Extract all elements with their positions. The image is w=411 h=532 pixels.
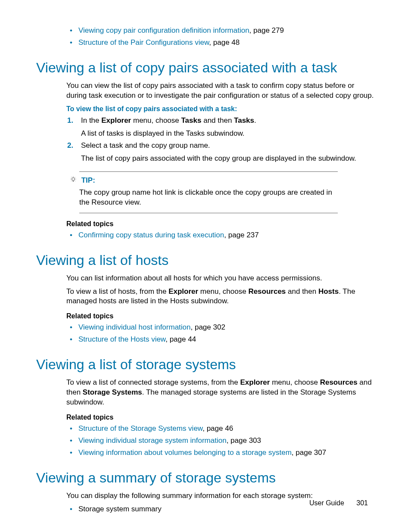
list-item: Viewing individual host information, pag… bbox=[66, 323, 375, 333]
related-topics-list: Confirming copy status during task execu… bbox=[66, 230, 375, 240]
svg-line-7 bbox=[71, 180, 72, 181]
related-topics-heading: Related topics bbox=[66, 414, 375, 421]
procedure-heading: To view the list of copy pairs associate… bbox=[66, 105, 375, 113]
svg-line-6 bbox=[75, 177, 75, 177]
tip-body: The copy group name hot link is clickabl… bbox=[79, 188, 338, 208]
page-ref: , page 46 bbox=[202, 424, 233, 432]
page-ref: , page 303 bbox=[227, 436, 261, 445]
list-item: Structure of the Storage Systems view, p… bbox=[66, 424, 375, 434]
page-ref: , page 48 bbox=[209, 38, 240, 47]
svg-line-8 bbox=[75, 180, 75, 181]
step-1: In the Explorer menu, choose Tasks and t… bbox=[66, 116, 375, 138]
svg-line-5 bbox=[71, 177, 72, 177]
bullet-text: Storage system summary bbox=[78, 505, 162, 513]
document-page: Viewing copy pair configuration definiti… bbox=[0, 0, 411, 532]
list-item: Structure of the Pair Configurations vie… bbox=[66, 38, 375, 48]
list-item: Viewing copy pair configuration definiti… bbox=[66, 26, 375, 36]
xref-link[interactable]: Viewing copy pair configuration definiti… bbox=[78, 26, 249, 34]
xref-link[interactable]: Structure of the Pair Configurations vie… bbox=[78, 38, 209, 47]
xref-link[interactable]: Structure of the Storage Systems view bbox=[78, 424, 202, 432]
page-ref: , page 302 bbox=[191, 323, 225, 331]
related-topics-list: Structure of the Storage Systems view, p… bbox=[66, 424, 375, 458]
related-topics-heading: Related topics bbox=[66, 220, 375, 228]
step-text: Select a task and the copy group name. bbox=[81, 141, 210, 149]
divider bbox=[79, 171, 338, 172]
xref-link[interactable]: Confirming copy status during task execu… bbox=[78, 231, 224, 239]
xref-link[interactable]: Structure of the Hosts view bbox=[78, 335, 165, 343]
list-item: Structure of the Hosts view, page 44 bbox=[66, 335, 375, 345]
paragraph: To view a list of hosts, from the Explor… bbox=[66, 287, 375, 307]
footer-label: User Guide bbox=[309, 499, 344, 507]
tip-lightbulb-icon bbox=[70, 176, 78, 185]
tip-header: TIP: bbox=[79, 176, 338, 185]
step-result: A list of tasks is displayed in the Task… bbox=[81, 129, 375, 138]
page-ref: , page 44 bbox=[165, 335, 196, 343]
page-ref: , page 307 bbox=[292, 448, 326, 457]
related-topics-heading: Related topics bbox=[66, 312, 375, 320]
svg-point-0 bbox=[72, 177, 75, 180]
list-item: Confirming copy status during task execu… bbox=[66, 230, 375, 240]
xref-link[interactable]: Viewing individual storage system inform… bbox=[78, 436, 227, 445]
list-item: Viewing individual storage system inform… bbox=[66, 436, 375, 446]
paragraph: You can list information about all hosts… bbox=[66, 274, 375, 283]
procedure-steps: In the Explorer menu, choose Tasks and t… bbox=[66, 116, 375, 163]
paragraph: You can view the list of copy pairs asso… bbox=[66, 81, 375, 101]
tip-callout: TIP: The copy group name hot link is cli… bbox=[79, 171, 338, 213]
page-ref: , page 279 bbox=[249, 26, 284, 34]
step-2: Select a task and the copy group name. T… bbox=[66, 141, 375, 163]
section-heading-storage-summary: Viewing a summary of storage systems bbox=[36, 470, 375, 486]
section-heading-hosts: Viewing a list of hosts bbox=[36, 252, 375, 268]
step-result: The list of copy pairs associated with t… bbox=[81, 154, 375, 163]
step-text: In the Explorer menu, choose Tasks and t… bbox=[81, 116, 256, 124]
top-related-list: Viewing copy pair configuration definiti… bbox=[66, 26, 375, 48]
related-topics-list: Viewing individual host information, pag… bbox=[66, 323, 375, 345]
section-heading-copy-pairs-task: Viewing a list of copy pairs associated … bbox=[36, 60, 375, 76]
section-heading-storage-list: Viewing a list of storage systems bbox=[36, 357, 375, 373]
page-number: 301 bbox=[356, 499, 368, 507]
xref-link[interactable]: Viewing individual host information bbox=[78, 323, 191, 331]
list-item: Viewing information about volumes belong… bbox=[66, 448, 375, 458]
page-footer: User Guide 301 bbox=[309, 499, 368, 507]
xref-link[interactable]: Viewing information about volumes belong… bbox=[78, 448, 292, 457]
tip-label: TIP: bbox=[81, 176, 95, 184]
paragraph: To view a list of connected storage syst… bbox=[66, 378, 375, 408]
divider bbox=[79, 213, 338, 213]
page-ref: , page 237 bbox=[224, 231, 258, 239]
